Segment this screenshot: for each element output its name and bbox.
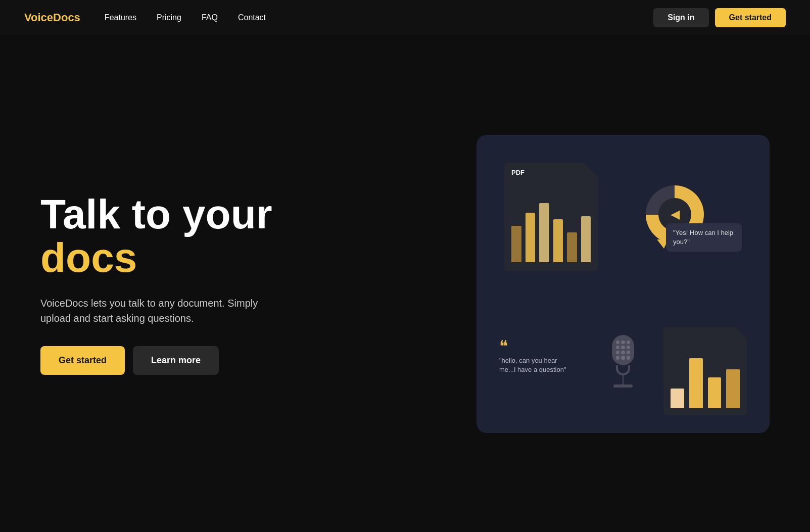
- hero-right: PDF ◀ "Yes! How can I hel: [456, 135, 770, 433]
- nav-links: Features Pricing FAQ Contact: [105, 13, 266, 22]
- nav-right: Sign in Get started: [653, 8, 786, 27]
- nav-link-pricing[interactable]: Pricing: [157, 13, 181, 22]
- get-started-nav-button[interactable]: Get started: [715, 8, 786, 27]
- logo-prefix: Voice: [24, 11, 53, 24]
- pdf-label: PDF: [511, 169, 525, 176]
- logo-suffix: Docs: [53, 11, 80, 24]
- bar-1: [511, 226, 521, 262]
- hero-left: Talk to your docs VoiceDocs lets you tal…: [40, 192, 283, 375]
- mic-dot: [616, 356, 620, 359]
- nav-item-pricing[interactable]: Pricing: [157, 13, 181, 22]
- hero-section: Talk to your docs VoiceDocs lets you tal…: [0, 35, 810, 532]
- illustration-panel: PDF ◀ "Yes! How can I hel: [477, 135, 770, 433]
- logo: VoiceDocs: [24, 11, 80, 24]
- bar2-1: [671, 389, 684, 408]
- bar2-3: [708, 377, 722, 408]
- bar2-4: [726, 369, 740, 408]
- bar-2: [526, 213, 536, 262]
- get-started-hero-button[interactable]: Get started: [40, 346, 125, 375]
- pdf-bar-chart: [511, 197, 591, 262]
- navbar: VoiceDocs Features Pricing FAQ Contact S…: [0, 0, 810, 35]
- mic-base: [613, 384, 633, 388]
- nav-item-features[interactable]: Features: [105, 13, 136, 22]
- bar-6: [581, 216, 591, 262]
- mic-head: [612, 335, 634, 365]
- quote-mark-icon: ❝: [499, 338, 575, 354]
- hero-title: Talk to your docs: [40, 192, 283, 279]
- learn-more-button[interactable]: Learn more: [133, 346, 219, 375]
- mic-dot: [616, 351, 620, 354]
- voice-text-area: ❝ "hello, can you hear me...I have a que…: [499, 338, 575, 374]
- hero-buttons: Get started Learn more: [40, 346, 283, 375]
- voice-question-text: "hello, can you hear me...I have a quest…: [499, 356, 575, 374]
- mic-base-line: [623, 375, 624, 384]
- mic-dot: [621, 351, 625, 354]
- signin-button[interactable]: Sign in: [653, 8, 708, 27]
- nav-left: VoiceDocs Features Pricing FAQ Contact: [24, 11, 266, 24]
- bar-4: [553, 219, 563, 262]
- hero-title-line1: Talk to your: [40, 191, 272, 237]
- speech-bubble: "Yes! How can I help you?": [666, 223, 742, 252]
- chat-bubble-icon: ◀: [671, 160, 737, 221]
- bar2-2: [689, 358, 703, 408]
- mic-dot: [627, 346, 630, 349]
- mic-dot: [616, 346, 620, 349]
- mic-dot: [627, 341, 630, 344]
- nav-link-contact[interactable]: Contact: [238, 13, 266, 22]
- mic-dot: [621, 356, 625, 359]
- mic-grid: [616, 341, 630, 360]
- nav-link-features[interactable]: Features: [105, 13, 136, 22]
- nav-item-contact[interactable]: Contact: [238, 13, 266, 22]
- mic-dot: [627, 351, 630, 354]
- nav-item-faq[interactable]: FAQ: [202, 13, 218, 22]
- nav-link-faq[interactable]: FAQ: [202, 13, 218, 22]
- mic-stand: [616, 365, 630, 375]
- hero-title-line2: docs: [40, 234, 137, 280]
- hero-subtitle: VoiceDocs lets you talk to any document.…: [40, 296, 283, 326]
- mic-dot: [621, 341, 625, 344]
- second-bar-chart: [671, 353, 740, 408]
- microphone: [612, 335, 634, 388]
- second-document-card: [663, 327, 747, 415]
- bar-5: [567, 232, 577, 262]
- pdf-document-card: PDF: [504, 163, 598, 271]
- bar-3: [539, 203, 549, 262]
- mic-dot: [616, 341, 620, 344]
- mic-dot: [627, 356, 630, 359]
- speech-text: "Yes! How can I help you?": [673, 229, 733, 246]
- mic-dot: [621, 346, 625, 349]
